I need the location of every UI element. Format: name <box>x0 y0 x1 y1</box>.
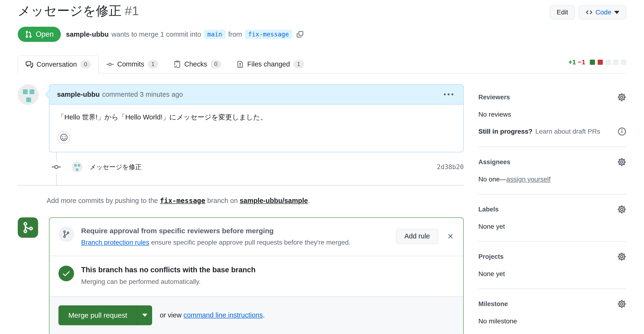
learn-about-draft-prs-link[interactable]: Learn about draft PRs <box>536 128 600 135</box>
head-branch-label[interactable]: fix-message <box>245 30 292 39</box>
no-conflicts-title: This branch has no conflicts with the ba… <box>81 266 256 274</box>
assign-yourself-link[interactable]: assign yourself <box>506 176 550 183</box>
timeline-divider <box>18 185 464 186</box>
reviewers-title[interactable]: Reviewers <box>478 94 510 101</box>
tabs: Conversation 0 Commits 1 Checks 0 Files … <box>18 55 626 73</box>
status-badge-label: Open <box>36 30 54 38</box>
merge-actions: Merge pull request or view command line … <box>50 296 463 334</box>
copy-branch-icon[interactable] <box>296 31 304 38</box>
add-commits-text: . <box>308 197 310 204</box>
sidebar-section-reviewers: Reviewers No reviews Still in progress? … <box>478 93 626 147</box>
tab-counter: 0 <box>80 60 91 68</box>
code-button[interactable]: Code <box>579 5 626 20</box>
no-conflicts-subtitle: Merging can be performed automatically. <box>81 278 256 286</box>
deletions-count: −1 <box>578 58 585 66</box>
pull-request-icon <box>25 30 32 38</box>
tab-commits[interactable]: Commits 1 <box>99 55 166 73</box>
or-view-text: or view <box>160 311 182 319</box>
smiley-icon <box>60 134 68 142</box>
branch-protection-rules-link[interactable]: Branch protection rules <box>81 239 149 246</box>
pr-meta-description: sample-ubbu wants to merge 1 commit into… <box>66 30 304 39</box>
gear-icon[interactable] <box>617 93 626 102</box>
diff-block-empty <box>606 60 611 65</box>
diff-block-empty <box>613 60 618 65</box>
command-line-instructions-link[interactable]: command line instructions <box>183 311 262 319</box>
edit-button[interactable]: Edit <box>550 5 575 20</box>
comment-body: 「Hello 世界!」から「Hello World!」にメッセージを変更しました… <box>50 104 463 152</box>
kebab-menu-icon[interactable] <box>442 91 456 98</box>
milestone-title[interactable]: Milestone <box>478 300 508 308</box>
code-button-label: Code <box>596 8 611 16</box>
merge-pull-request-button[interactable]: Merge pull request <box>58 306 137 325</box>
tab-conversation[interactable]: Conversation 0 <box>18 55 99 74</box>
comment-thread: sample-ubbu commented 3 minutes ago 「Hel… <box>18 84 464 186</box>
projects-empty-text: None yet <box>478 270 626 278</box>
meta-text: wants to merge 1 commit into <box>112 30 201 38</box>
head-branch-code-link[interactable]: fix-message <box>160 196 205 204</box>
status-badge: Open <box>18 27 61 42</box>
labels-title[interactable]: Labels <box>478 206 499 213</box>
check-icon <box>58 266 74 281</box>
still-in-progress-text: Still in progress? <box>478 128 532 135</box>
pr-meta: Open sample-ubbu wants to merge 1 commit… <box>18 27 626 42</box>
add-commits-text: branch on <box>207 197 238 204</box>
comment-timestamp: commented 3 minutes ago <box>102 90 183 98</box>
tab-label: Conversation <box>36 60 77 68</box>
conversation-icon <box>26 61 33 68</box>
sidebar-section-assignees: Assignees No one—assign yourself <box>478 158 626 194</box>
merge-box: Require approval from specific reviewers… <box>49 218 464 334</box>
pr-page: メッセージを修正#1 Edit Code Open sample-ubbu wa… <box>0 0 644 334</box>
tab-counter: 1 <box>293 60 304 68</box>
header-actions: Edit Code <box>550 5 626 20</box>
base-branch-label[interactable]: main <box>204 30 226 39</box>
sidebar-section-projects: Projects None yet <box>478 252 626 289</box>
assignees-title[interactable]: Assignees <box>478 158 510 166</box>
comment-header: sample-ubbu commented 3 minutes ago <box>50 85 463 104</box>
commit-row: メッセージを修正 2d38b20 <box>18 160 464 174</box>
pr-number: #1 <box>125 4 139 18</box>
diff-block-empty <box>621 60 626 65</box>
timeline: sample-ubbu commented 3 minutes ago 「Hel… <box>18 81 464 334</box>
diff-block-del <box>598 60 603 65</box>
checklist-icon <box>174 60 181 68</box>
rule-description: ensure specific people approve pull requ… <box>151 239 351 246</box>
merge-options-dropdown[interactable] <box>137 306 152 325</box>
comment-card: sample-ubbu commented 3 minutes ago 「Hel… <box>49 84 464 152</box>
no-reviews-text: No reviews <box>478 111 626 118</box>
mergeability-section: This branch has no conflicts with the ba… <box>50 256 463 296</box>
branch-protection-section: Require approval from specific reviewers… <box>50 218 463 256</box>
emoji-reaction-button[interactable] <box>58 131 70 144</box>
chevron-down-icon <box>614 11 620 14</box>
info-icon[interactable] <box>618 127 626 136</box>
close-icon[interactable] <box>447 232 454 240</box>
add-rule-button[interactable]: Add rule <box>396 229 438 244</box>
rule-title: Require approval from specific reviewers… <box>81 227 396 235</box>
meta-text-from: from <box>228 30 242 38</box>
commit-message-link[interactable]: メッセージを修正 <box>90 163 142 171</box>
edit-button-label: Edit <box>557 8 568 16</box>
sidebar-section-milestone: Milestone No milestone <box>478 300 626 334</box>
comment-text: 「Hello 世界!」から「Hello World!」にメッセージを変更しました… <box>58 112 455 122</box>
gear-icon[interactable] <box>617 158 626 166</box>
tab-files-changed[interactable]: Files changed 1 <box>229 55 312 73</box>
draft-pr-row: Still in progress? Learn about draft PRs <box>478 127 626 136</box>
projects-title[interactable]: Projects <box>478 253 504 260</box>
repo-link[interactable]: sample-ubbu/sample <box>240 197 308 204</box>
merge-area: Require approval from specific reviewers… <box>18 218 464 334</box>
tab-counter: 0 <box>210 60 221 68</box>
gear-icon[interactable] <box>617 252 626 261</box>
gear-icon[interactable] <box>617 205 626 214</box>
chevron-down-icon <box>142 314 148 317</box>
comment-author-link[interactable]: sample-ubbu <box>57 90 100 98</box>
commit-sha-link[interactable]: 2d38b20 <box>437 163 464 170</box>
tab-label: Files changed <box>247 60 290 68</box>
tab-bar: Conversation 0 Commits 1 Checks 0 Files … <box>18 55 626 73</box>
tab-label: Commits <box>117 60 144 68</box>
tab-checks[interactable]: Checks 0 <box>166 55 229 73</box>
file-diff-icon <box>236 60 244 68</box>
commit-avatar[interactable] <box>72 162 82 172</box>
sidebar-section-labels: Labels None yet <box>478 205 626 242</box>
author-link[interactable]: sample-ubbu <box>66 30 108 38</box>
gear-icon[interactable] <box>617 300 626 308</box>
avatar[interactable] <box>18 84 38 105</box>
